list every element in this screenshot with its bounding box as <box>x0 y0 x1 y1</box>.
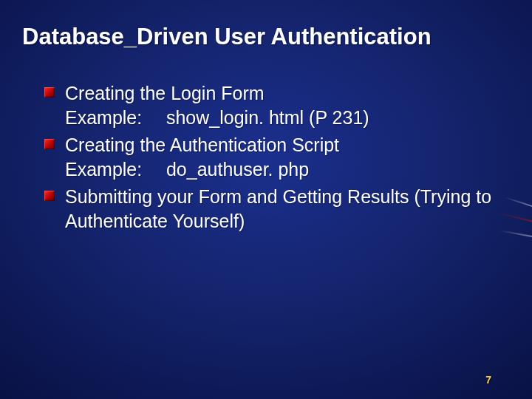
bullet-main: Creating the Login Form <box>65 83 265 103</box>
example-label: Example: <box>65 157 161 182</box>
bullet-icon <box>44 139 55 149</box>
bullet-example: Example: do_authuser. php <box>65 157 502 182</box>
bullet-example: Example: show_login. html (P 231) <box>65 106 502 130</box>
slide: Database_Driven User Authentication Crea… <box>0 0 532 399</box>
bullet-item: Creating the Authentication Script Examp… <box>44 133 502 182</box>
page-number: 7 <box>485 374 491 386</box>
bullet-text: Submitting your Form and Getting Results… <box>65 185 502 233</box>
example-value: do_authuser. php <box>166 159 309 180</box>
bullet-text: Creating the Authentication Script Examp… <box>65 133 502 182</box>
bullet-icon <box>44 191 55 201</box>
bullet-main: Creating the Authentication Script <box>65 134 339 155</box>
slide-body: Creating the Login Form Example: show_lo… <box>44 81 502 236</box>
corner-decoration <box>502 185 532 273</box>
streak-line <box>500 230 532 238</box>
example-label: Example: <box>65 106 161 130</box>
bullet-icon <box>44 87 55 98</box>
bullet-item: Submitting your Form and Getting Results… <box>44 185 502 233</box>
slide-title: Database_Driven User Authentication <box>22 24 517 50</box>
bullet-main: Submitting your Form and Getting Results… <box>65 186 491 231</box>
bullet-text: Creating the Login Form Example: show_lo… <box>65 81 502 130</box>
bullet-item: Creating the Login Form Example: show_lo… <box>44 81 502 130</box>
streak-line <box>505 197 532 208</box>
example-value: show_login. html (P 231) <box>166 107 369 128</box>
